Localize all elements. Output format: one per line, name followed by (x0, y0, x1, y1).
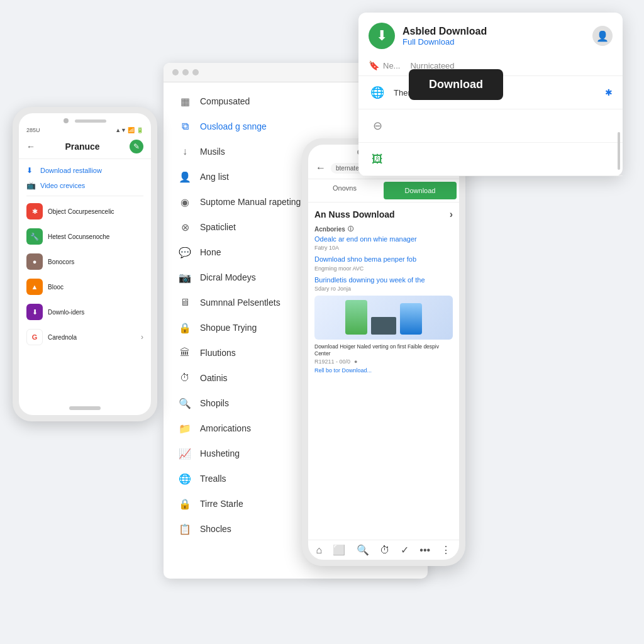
speaker (75, 119, 106, 123)
chevron-right-icon: › (141, 333, 143, 341)
tab-onovns[interactable]: Onovns (308, 179, 381, 202)
menu-icon-ousload: ⧉ (179, 120, 191, 133)
download-link[interactable]: ⬇ Download restalliow (19, 163, 151, 178)
news-sub-0: Fatry 10A (314, 245, 453, 251)
menu-icon-fluutions: 🏛 (179, 347, 191, 359)
news-sub-1: Engming moor AVC (314, 265, 453, 272)
person-blue (400, 303, 422, 335)
globe-icon: 🌐 (369, 84, 386, 101)
image-sub: R19211 - 00/0 (314, 358, 350, 365)
app-item-5[interactable]: G Carednola › (19, 325, 151, 350)
popup-card: ⬇ Asbled Download Full Download 👤 🔖 Ne..… (358, 13, 623, 176)
menu-icon-spaticliet: ⊗ (179, 221, 191, 233)
dot-icon: ● (354, 358, 357, 365)
news-title-0[interactable]: Odealc ar end onn whie manager (314, 235, 453, 243)
menu-icon-shopils: 🔍 (179, 397, 191, 409)
tabs-icon[interactable]: ⬜ (333, 544, 345, 556)
app-item-0[interactable]: ✱ Object Cocurpesencelic (19, 199, 151, 224)
read-more-link[interactable]: Rell bo tor Download... (314, 367, 453, 374)
camera-icon (64, 118, 69, 123)
overflow-icon[interactable]: ⋮ (441, 544, 451, 556)
app-item-3[interactable]: ▲ Blooc (19, 274, 151, 299)
popup-header: ⬇ Asbled Download Full Download 👤 (358, 13, 623, 55)
more-menu-icon[interactable]: ••• (419, 545, 430, 556)
titlebar-dot-1 (172, 69, 179, 75)
image-content (339, 300, 428, 335)
phone-left-header: ← Pranuce ✎ (19, 135, 151, 159)
titlebar-dot-2 (182, 69, 189, 75)
app-icon-4: ⬇ (26, 304, 43, 320)
popup-app-icon: ⬇ (369, 23, 395, 49)
popup-app-info: Asbled Download Full Download (402, 26, 585, 47)
download-tooltip: Download (409, 69, 503, 100)
laptop-icon (371, 317, 396, 335)
minus-icon: ⊖ (369, 117, 386, 135)
app-icon-5: G (26, 329, 43, 345)
phone-left-screen: 285U ▲▼ 📶 🔋 ← Pranuce ✎ ⬇ Download resta… (19, 113, 151, 415)
app-icon-0: ✱ (26, 203, 43, 219)
bookmark-tab-icon: 🔖 (369, 60, 379, 70)
news-sub-2: Sdary ro Jonja (314, 286, 453, 292)
menu-icon-musils: ↓ (179, 145, 191, 158)
menu-icon-ang-list: 👤 (179, 170, 191, 183)
news-image (314, 296, 453, 340)
menu-icon-shopue: 🔒 (179, 321, 191, 334)
phone-left: 285U ▲▼ 📶 🔋 ← Pranuce ✎ ⬇ Download resta… (13, 107, 157, 421)
phone-main-content: An Nuss Download › Acnbories ⓘ Odealc ar… (308, 203, 459, 540)
phone-main-tabs: Onovns Download (308, 179, 459, 203)
bookmarks-icon[interactable]: ✓ (401, 544, 409, 556)
phone-left-list: ⬇ Download restalliow 📺 Video crevices ✱… (19, 159, 151, 401)
home-icon[interactable]: ⌂ (316, 545, 323, 556)
scrollbar[interactable] (618, 132, 620, 170)
menu-icon-dicral: 📷 (179, 271, 191, 284)
menu-icon-amorications: 📁 (179, 422, 191, 435)
app-item-4[interactable]: ⬇ Downlo-iders (19, 299, 151, 325)
news-category-0: Acnbories ⓘ (314, 225, 453, 233)
back-button[interactable]: ← (314, 161, 327, 175)
phone-status-bar: 285U ▲▼ 📶 🔋 (19, 126, 151, 135)
image-icon: 🖼 (369, 150, 386, 168)
phone-main-screen: ← bternated Man... ⋮⋮ 📋 ⋮ Onovns Downloa… (308, 145, 459, 560)
app-icon-1: 🔧 (26, 228, 43, 245)
chevron-right-icon: › (450, 209, 453, 220)
titlebar-dot-3 (192, 69, 199, 75)
news-title-1[interactable]: Download shno bema penper fob (314, 255, 453, 264)
history-icon[interactable]: ⏱ (380, 545, 390, 556)
image-caption: Download Hoiger Naled verting on first F… (314, 343, 453, 357)
menu-icon-trealls: 🌐 (179, 472, 191, 485)
news-title-2[interactable]: Burindletis downing you week of the (314, 275, 453, 284)
app-item-1[interactable]: 🔧 Hetest Cocunsenoche (19, 224, 151, 249)
app-icon-3: ▲ (26, 279, 43, 295)
popup-tab-new[interactable]: 🔖 Ne... (369, 55, 400, 75)
popup-row-2[interactable]: ⊖ (358, 109, 623, 143)
menu-icon-tirre: 🔒 (179, 497, 191, 510)
phone-main: ← bternated Man... ⋮⋮ 📋 ⋮ Onovns Downloa… (302, 138, 465, 566)
menu-icon-compusated: ▦ (179, 95, 191, 108)
back-arrow-icon[interactable]: ← (26, 142, 35, 152)
menu-icon-oatinis: ⏱ (179, 372, 191, 384)
video-link-icon: 📺 (26, 181, 35, 190)
edit-button[interactable]: ✎ (130, 140, 143, 153)
app-item-2[interactable]: ● Bonocors (19, 249, 151, 274)
download-link-icon: ⬇ (26, 166, 35, 175)
person-green (345, 300, 367, 335)
video-link[interactable]: 📺 Video crevices (19, 178, 151, 193)
menu-icon-husheting: 📈 (179, 447, 191, 460)
menu-icon-sumnnal: 🖥 (179, 296, 191, 309)
tab-download[interactable]: Download (384, 182, 457, 199)
search-icon[interactable]: 🔍 (357, 544, 369, 556)
popup-row-3[interactable]: 🖼 (358, 143, 623, 176)
phone-left-notch (19, 113, 151, 126)
star-badge: ✱ (605, 87, 613, 97)
home-button[interactable] (69, 406, 101, 410)
menu-icon-hone: 💬 (179, 246, 191, 258)
divider-1 (26, 196, 143, 196)
section-title: An Nuss Download › (314, 209, 453, 220)
bottom-navigation: ⌂ ⬜ 🔍 ⏱ ✓ ••• ⋮ (308, 540, 459, 560)
user-avatar[interactable]: 👤 (592, 26, 613, 46)
app-icon-2: ● (26, 253, 43, 270)
menu-icon-suptome: ◉ (179, 196, 191, 208)
menu-icon-shocles: 📋 (179, 523, 191, 535)
